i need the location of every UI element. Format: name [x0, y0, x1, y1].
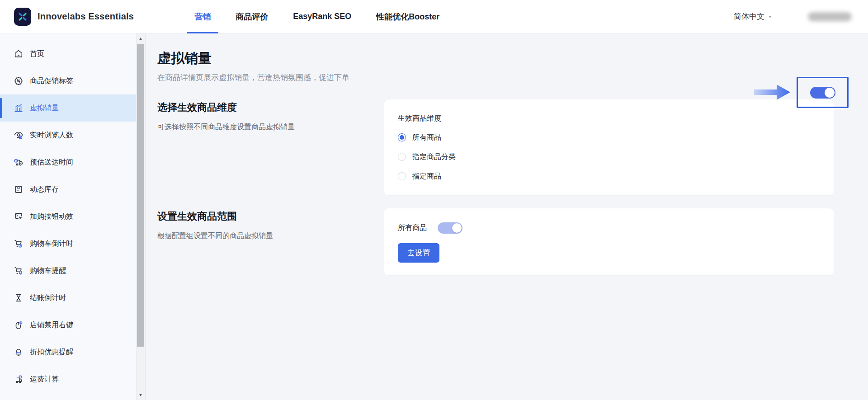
top-nav: 营销 商品评价 EasyRank SEO 性能优化Booster — [177, 0, 447, 33]
header-right: 简体中文 ▼ — [734, 11, 852, 22]
section-heading: 设置生效商品范围 — [157, 210, 384, 223]
scrollbar-thumb[interactable] — [137, 44, 144, 347]
tab-marketing[interactable]: 营销 — [187, 0, 218, 33]
field-label: 生效商品维度 — [398, 114, 820, 123]
page-title: 虚拟销量 — [157, 49, 834, 68]
user-name-redacted[interactable] — [808, 12, 852, 21]
box-icon — [14, 184, 24, 194]
toggle-label: 所有商品 — [398, 223, 427, 233]
radio-selected-icon[interactable] — [398, 133, 406, 141]
section-description: 根据配置组设置不同的商品虚拟销量 — [157, 231, 384, 241]
sidebar-item-dynamic-stock[interactable]: 动态库存 — [0, 176, 136, 203]
cart-bell-icon — [14, 266, 24, 276]
language-selector[interactable]: 简体中文 ▼ — [734, 11, 773, 22]
bell-icon — [14, 347, 24, 357]
brand: Innovelabs Essentials — [14, 8, 134, 26]
section-description: 可选择按照不同商品维度设置商品虚拟销量 — [157, 122, 384, 132]
sidebar-item-estimated-delivery[interactable]: 预估送达时间 — [0, 149, 136, 176]
sidebar-item-add-to-cart-animation[interactable]: 加购按钮动效 — [0, 203, 136, 230]
annotation-highlight-box — [797, 77, 849, 108]
toggle-knob — [452, 223, 462, 233]
scope-toggle-row: 所有商品 — [398, 222, 820, 234]
section-info: 选择生效商品维度 可选择按照不同商品维度设置商品虚拟销量 — [157, 99, 384, 132]
scope-card: 所有商品 去设置 — [384, 208, 834, 276]
radio-unselected-icon[interactable] — [398, 153, 406, 161]
annotation-arrow-icon — [754, 83, 790, 101]
truck-dollar-icon: $ — [14, 374, 24, 384]
app-logo-icon — [14, 8, 31, 26]
chevron-down-icon: ▼ — [768, 14, 773, 19]
tab-performance-booster[interactable]: 性能优化Booster — [368, 0, 447, 33]
eye-clock-icon — [14, 130, 24, 140]
section-info: 设置生效商品范围 根据配置组设置不同的商品虚拟销量 — [157, 208, 384, 241]
tab-easyrank-seo[interactable]: EasyRank SEO — [285, 0, 359, 33]
radio-option-specified-categories[interactable]: 指定商品分类 — [398, 151, 820, 162]
sidebar-item-home[interactable]: 首页 — [0, 40, 136, 67]
badge-percent-icon — [14, 76, 24, 86]
section-product-dimension: 选择生效商品维度 可选择按照不同商品维度设置商品虚拟销量 生效商品维度 所有商品… — [157, 99, 834, 196]
radio-option-all-products[interactable]: 所有商品 — [398, 132, 820, 143]
all-products-toggle[interactable] — [438, 222, 462, 234]
top-header: Innovelabs Essentials 营销 商品评价 EasyRank S… — [0, 0, 868, 33]
feature-master-toggle[interactable] — [810, 87, 835, 99]
truck-clock-icon — [14, 157, 24, 167]
sidebar-item-virtual-sales[interactable]: 虚拟销量 — [0, 94, 136, 122]
main-content: 虚拟销量 在商品详情页展示虚拟销量，营造热销氛围感，促进下单 选择生效商品维度 … — [146, 33, 868, 400]
sidebar-item-cart-countdown[interactable]: 购物车倒计时 — [0, 230, 136, 257]
mouse-block-icon — [14, 320, 24, 330]
section-product-scope: 设置生效商品范围 根据配置组设置不同的商品虚拟销量 所有商品 去设置 — [157, 208, 834, 276]
cart-clock-icon — [14, 239, 24, 249]
radio-option-specified-products[interactable]: 指定商品 — [398, 171, 820, 182]
sidebar-item-cart-reminder[interactable]: 购物车提醒 — [0, 257, 136, 284]
cursor-click-icon — [14, 212, 24, 221]
language-label: 简体中文 — [734, 11, 764, 22]
bar-chart-icon — [14, 103, 24, 113]
hourglass-icon — [14, 293, 24, 303]
page-subtitle: 在商品详情页展示虚拟销量，营造热销氛围感，促进下单 — [157, 72, 834, 83]
sidebar-item-shipping-calculator[interactable]: $ 运费计算 — [0, 366, 136, 393]
go-configure-button[interactable]: 去设置 — [398, 243, 439, 263]
radio-unselected-icon[interactable] — [398, 172, 406, 180]
section-heading: 选择生效商品维度 — [157, 101, 384, 114]
dimension-card: 生效商品维度 所有商品 指定商品分类 指定商品 — [384, 99, 834, 196]
sidebar-item-disable-right-click[interactable]: 店铺禁用右键 — [0, 311, 136, 339]
sidebar-item-promo-labels[interactable]: 商品促销标签 — [0, 67, 136, 94]
sidebar-item-live-viewers[interactable]: 实时浏览人数 — [0, 122, 136, 149]
scroll-up-arrow-icon[interactable]: ▲ — [137, 34, 145, 42]
home-icon — [14, 49, 24, 59]
page-head: 虚拟销量 在商品详情页展示虚拟销量，营造热销氛围感，促进下单 — [157, 33, 834, 83]
toggle-knob — [825, 88, 835, 98]
sidebar-scrollbar[interactable]: ▲ ▼ — [136, 33, 145, 400]
sidebar-item-checkout-countdown[interactable]: 结账倒计时 — [0, 284, 136, 311]
scroll-down-arrow-icon[interactable]: ▼ — [137, 391, 145, 399]
brand-name: Innovelabs Essentials — [38, 11, 134, 22]
tab-product-reviews[interactable]: 商品评价 — [228, 0, 276, 33]
sidebar: 首页 商品促销标签 虚拟销量 实时浏览人数 预估送达时间 — [0, 33, 146, 400]
sidebar-item-discount-reminder[interactable]: 折扣优惠提醒 — [0, 339, 136, 366]
